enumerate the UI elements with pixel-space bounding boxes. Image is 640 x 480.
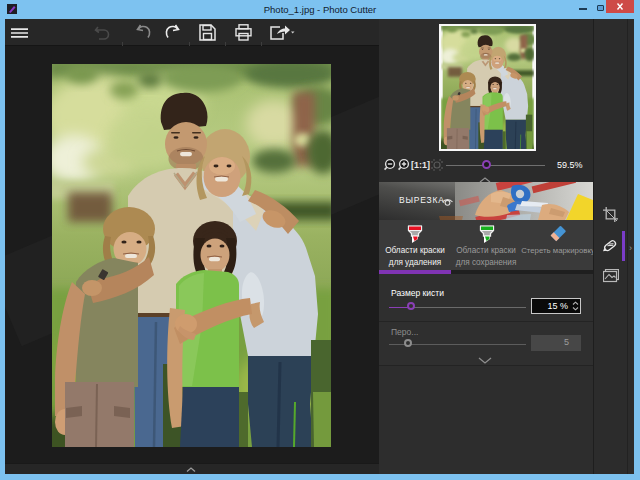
svg-text:[1:1]: [1:1] — [411, 160, 430, 170]
